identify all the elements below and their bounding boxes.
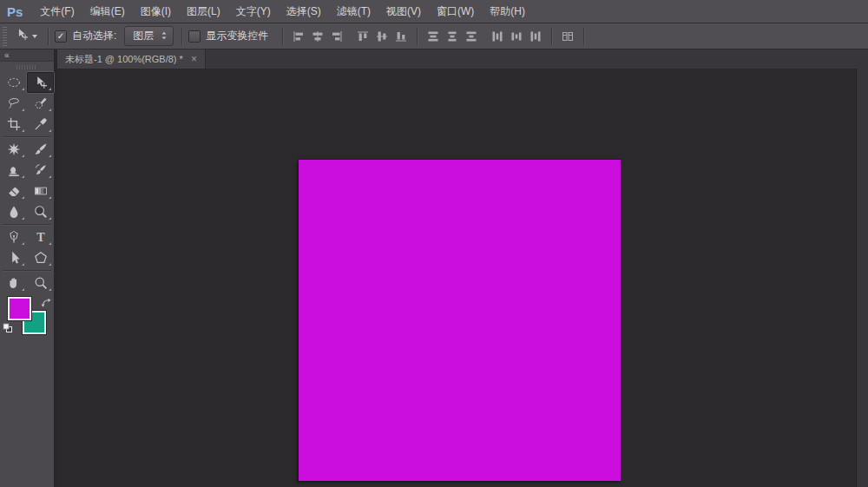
align-horizontal-centers-button[interactable] (308, 27, 327, 46)
quick-selection-tool (34, 96, 48, 110)
elliptical-marquee-tool[interactable] (0, 72, 27, 93)
document-tab-title: 未标题-1 @ 100%(RGB/8) * (65, 53, 183, 66)
clone-stamp-tool[interactable] (0, 160, 27, 181)
eraser-tool (7, 184, 21, 198)
align-vertical-centers-icon (376, 30, 388, 43)
history-brush-tool[interactable] (27, 160, 54, 181)
divider (417, 28, 418, 45)
photoshop-window: { "app": { "logo": "Ps" }, "menu_bar": {… (0, 0, 868, 487)
menu-item-filter[interactable]: 滤镜(T) (329, 4, 378, 19)
distribute-horizontal-centers-button[interactable] (507, 27, 526, 46)
align-top-edges-button[interactable] (353, 27, 372, 46)
pen-tool[interactable] (0, 227, 27, 247)
tool-panel: « T (0, 49, 55, 487)
move-tool[interactable] (27, 72, 54, 93)
gradient-tool (34, 184, 48, 198)
screen-mode-icon (32, 345, 46, 359)
quick-mask-mode-button[interactable] (4, 343, 25, 360)
collapse-panel-button[interactable]: « (0, 49, 54, 62)
default-colors-icon (3, 323, 13, 333)
tool-group-divider (3, 224, 51, 225)
menu-item-file[interactable]: 文件(F) (32, 4, 82, 19)
distribute-left-edges-button[interactable] (488, 27, 507, 46)
vertical-scrollbar[interactable] (856, 69, 868, 487)
divider (551, 28, 552, 45)
svg-text:T: T (36, 231, 45, 244)
spot-healing-brush-tool[interactable] (0, 139, 27, 160)
distribute-horizontal-centers-icon (510, 30, 523, 43)
dropdown-value: 图层 (133, 29, 154, 43)
spot-healing-brush-tool (7, 142, 21, 156)
pen-tool (7, 230, 21, 244)
crop-tool[interactable] (0, 114, 27, 135)
align-right-edges-button[interactable] (327, 27, 346, 46)
divider (583, 28, 584, 45)
path-selection-tool (7, 251, 21, 265)
menu-bar: Ps 文件(F)编辑(E)图像(I)图层(L)文字(Y)选择(S)滤镜(T)视图… (0, 0, 868, 23)
dodge-tool (34, 205, 48, 219)
menu-item-select[interactable]: 选择(S) (279, 4, 329, 19)
document-tab-bar: 未标题-1 @ 100%(RGB/8) * × (57, 49, 868, 69)
foreground-color-swatch[interactable] (8, 297, 31, 320)
eyedropper-tool (34, 117, 48, 131)
menu-item-view[interactable]: 视图(V) (378, 4, 429, 19)
eraser-tool[interactable] (0, 181, 27, 201)
path-selection-tool[interactable] (0, 247, 27, 268)
eyedropper-tool[interactable] (27, 114, 54, 135)
screen-mode-button[interactable] (29, 343, 49, 360)
auto-select-checkbox[interactable]: ✓ (55, 30, 67, 43)
menu-item-image[interactable]: 图像(I) (133, 4, 179, 19)
shape-tool (34, 251, 48, 265)
close-icon[interactable]: × (191, 54, 197, 64)
menu-item-type[interactable]: 文字(Y) (228, 4, 279, 19)
quick-mask-mode-icon (8, 345, 22, 359)
type-tool: T (34, 230, 48, 244)
menu-item-layer[interactable]: 图层(L) (179, 4, 228, 19)
panel-grip[interactable] (0, 62, 54, 72)
tool-preset-picker[interactable] (11, 28, 42, 44)
lasso-tool (7, 96, 21, 110)
divider (282, 28, 283, 45)
options-bar: ✓ 自动选择: 图层 显示变换控件 (0, 23, 868, 49)
document-tab[interactable]: 未标题-1 @ 100%(RGB/8) * × (57, 49, 206, 69)
zoom-tool[interactable] (27, 273, 54, 293)
show-transform-checkbox[interactable] (188, 30, 201, 43)
menu-item-edit[interactable]: 编辑(E) (82, 4, 133, 19)
canvas-artboard[interactable] (299, 160, 621, 481)
align-top-edges-icon (357, 30, 369, 43)
auto-select-label: 自动选择: (72, 29, 116, 43)
move-tool (34, 76, 48, 89)
tool-group-divider (3, 136, 51, 137)
history-brush-tool (34, 163, 48, 177)
options-bar-grip[interactable] (3, 27, 7, 46)
distribute-top-edges-icon (427, 30, 439, 43)
gradient-tool[interactable] (27, 181, 54, 201)
blur-tool[interactable] (0, 201, 27, 222)
menu-item-help[interactable]: 帮助(H) (482, 4, 533, 19)
swap-colors-button[interactable] (41, 296, 51, 312)
distribute-vertical-centers-button[interactable] (443, 27, 462, 46)
align-vertical-centers-button[interactable] (372, 27, 391, 46)
dodge-tool[interactable] (27, 201, 54, 222)
distribute-right-edges-icon (529, 30, 542, 43)
default-colors-button[interactable] (3, 321, 13, 337)
brush-tool[interactable] (27, 139, 54, 160)
clone-stamp-tool (7, 163, 21, 177)
align-bottom-edges-button[interactable] (391, 27, 411, 46)
hand-tool[interactable] (0, 273, 27, 293)
quick-selection-tool[interactable] (27, 93, 54, 114)
canvas-viewport[interactable] (57, 69, 868, 487)
align-horizontal-centers-icon (312, 30, 324, 43)
shape-tool[interactable] (27, 247, 54, 268)
menu-item-window[interactable]: 窗口(W) (429, 4, 482, 19)
distribute-bottom-edges-icon (465, 30, 477, 43)
auto-select-target-dropdown[interactable]: 图层 (124, 26, 174, 46)
lasso-tool[interactable] (0, 93, 27, 114)
auto-align-layers-button[interactable] (558, 27, 577, 46)
type-tool[interactable]: T (27, 227, 54, 247)
distribute-right-edges-button[interactable] (526, 27, 545, 46)
align-left-edges-button[interactable] (289, 27, 308, 46)
distribute-bottom-edges-button[interactable] (462, 27, 481, 46)
main-area: « T 未标题-1 @ 100%(RGB/8) * × (0, 49, 868, 487)
distribute-top-edges-button[interactable] (424, 27, 443, 46)
